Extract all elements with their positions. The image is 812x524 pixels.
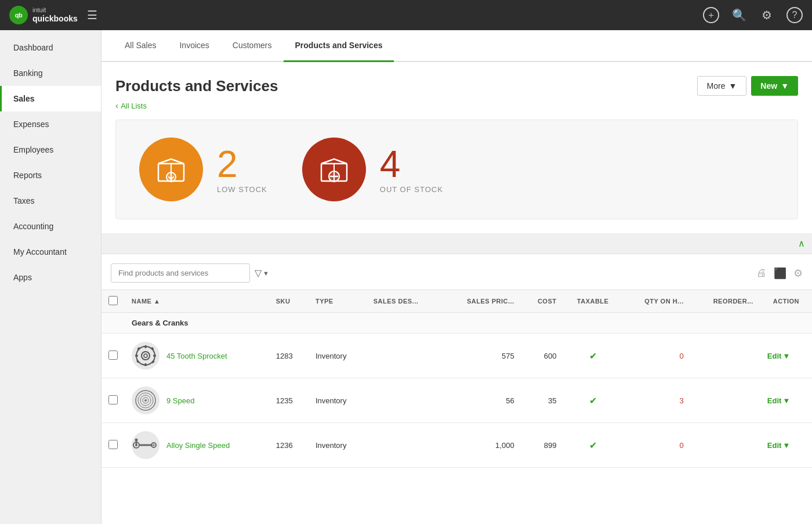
row-3-cost: 899 bbox=[521, 423, 564, 468]
row-1-sales-price: 575 bbox=[443, 334, 521, 378]
row-2-reorder bbox=[691, 378, 760, 423]
gear-icon[interactable]: ⚙ bbox=[759, 7, 775, 23]
sidebar-item-sales[interactable]: Sales bbox=[0, 86, 101, 111]
logo-intuit: intuit bbox=[32, 6, 78, 14]
main-content: All Sales Invoices Customers Products an… bbox=[102, 30, 812, 524]
row-3-qty: 0 bbox=[622, 423, 691, 468]
table-section: ▽ ▼ 🖨 ⬛ ⚙ bbox=[102, 254, 812, 477]
col-reorder[interactable]: REORDER... bbox=[691, 290, 760, 313]
row-2-checkbox[interactable] bbox=[108, 395, 118, 404]
row-1-taxable: ✔ bbox=[563, 334, 622, 378]
product-cell: 9 Speed bbox=[132, 386, 262, 414]
layout: Dashboard Banking Sales Expenses Employe… bbox=[0, 30, 812, 524]
tab-customers[interactable]: Customers bbox=[221, 30, 284, 62]
sidebar-item-apps[interactable]: Apps bbox=[0, 265, 101, 290]
col-sku[interactable]: SKU bbox=[269, 290, 309, 313]
col-name[interactable]: NAME ▲ bbox=[125, 290, 269, 313]
breadcrumb[interactable]: All Lists bbox=[115, 100, 798, 110]
sidebar-item-dashboard[interactable]: Dashboard bbox=[0, 35, 101, 60]
row-1-qty: 0 bbox=[622, 334, 691, 378]
row-3-taxable: ✔ bbox=[563, 423, 622, 468]
settings-icon[interactable]: ⚙ bbox=[793, 267, 803, 280]
top-nav-right: ＋ 🔍 ⚙ ? bbox=[703, 7, 803, 23]
table-toolbar: ▽ ▼ 🖨 ⬛ ⚙ bbox=[102, 263, 812, 290]
taxable-checkmark-2: ✔ bbox=[589, 396, 597, 406]
row-2-cost: 35 bbox=[521, 378, 564, 423]
tab-all-sales[interactable]: All Sales bbox=[113, 30, 168, 62]
top-nav-left: qb intuit quickbooks ☰ bbox=[9, 6, 97, 24]
out-of-stock-card[interactable]: 4 OUT OF STOCK bbox=[302, 138, 443, 201]
row-1-checkbox[interactable] bbox=[108, 350, 118, 360]
out-of-stock-label: OUT OF STOCK bbox=[380, 185, 443, 194]
sidebar-item-expenses[interactable]: Expenses bbox=[0, 111, 101, 137]
sidebar-item-my-accountant[interactable]: My Accountant bbox=[0, 239, 101, 265]
row-1-edit-button[interactable]: Edit ▼ bbox=[767, 352, 805, 360]
table-toolbar-right: 🖨 ⬛ ⚙ bbox=[756, 267, 803, 280]
filter-chevron-icon: ▼ bbox=[263, 270, 269, 277]
product-2-image bbox=[132, 386, 160, 414]
stock-section: 2 LOW STOCK bbox=[115, 120, 798, 219]
row-1-sales-desc bbox=[367, 334, 443, 378]
filter-button[interactable]: ▽ ▼ bbox=[255, 268, 269, 279]
product-2-name[interactable]: 9 Speed bbox=[166, 396, 194, 405]
svg-rect-14 bbox=[137, 347, 140, 350]
col-sales-price[interactable]: SALES PRIC... bbox=[443, 290, 521, 313]
row-2-type: Inventory bbox=[309, 378, 367, 423]
svg-point-29 bbox=[135, 439, 138, 442]
low-stock-card[interactable]: 2 LOW STOCK bbox=[139, 138, 267, 201]
svg-rect-11 bbox=[145, 363, 147, 366]
collapse-bar: ∧ bbox=[102, 233, 812, 254]
table-row: 9 Speed 1235 Inventory 56 35 ✔ 3 bbox=[102, 378, 812, 423]
row-checkbox-cell bbox=[102, 423, 125, 468]
col-action[interactable]: ACTION bbox=[760, 290, 812, 313]
sidebar-item-taxes[interactable]: Taxes bbox=[0, 188, 101, 214]
row-3-checkbox[interactable] bbox=[108, 440, 118, 449]
low-stock-number: 2 bbox=[217, 146, 267, 183]
out-of-stock-number: 4 bbox=[380, 146, 443, 183]
product-1-name[interactable]: 45 Tooth Sprocket bbox=[166, 352, 227, 360]
tab-products-services[interactable]: Products and Services bbox=[284, 30, 394, 62]
sidebar-item-employees[interactable]: Employees bbox=[0, 137, 101, 162]
product-3-image bbox=[132, 431, 160, 459]
help-icon[interactable]: ? bbox=[786, 7, 803, 23]
add-icon[interactable]: ＋ bbox=[703, 7, 719, 23]
row-2-edit-button[interactable]: Edit ▼ bbox=[767, 396, 805, 405]
search-icon[interactable]: 🔍 bbox=[731, 7, 747, 23]
table-toolbar-left: ▽ ▼ bbox=[111, 263, 269, 283]
svg-rect-16 bbox=[151, 347, 154, 350]
print-icon[interactable]: 🖨 bbox=[756, 267, 767, 279]
low-stock-info: 2 LOW STOCK bbox=[217, 146, 267, 194]
col-cost[interactable]: COST bbox=[521, 290, 564, 313]
more-button[interactable]: More ▼ bbox=[697, 76, 747, 96]
product-3-name[interactable]: Alloy Single Speed bbox=[166, 441, 230, 450]
tab-invoices[interactable]: Invoices bbox=[168, 30, 220, 62]
svg-rect-13 bbox=[153, 355, 156, 357]
logo-text: intuit quickbooks bbox=[32, 6, 78, 24]
row-3-action: Edit ▼ bbox=[760, 423, 812, 468]
row-2-action: Edit ▼ bbox=[760, 378, 812, 423]
hamburger-menu-icon[interactable]: ☰ bbox=[87, 8, 97, 22]
group-header-gears-cranks: Gears & Cranks bbox=[102, 313, 812, 334]
new-button[interactable]: New ▼ bbox=[751, 76, 798, 96]
row-1-action: Edit ▼ bbox=[760, 334, 812, 378]
row-3-edit-button[interactable]: Edit ▼ bbox=[767, 441, 805, 450]
search-input[interactable] bbox=[111, 263, 250, 283]
row-2-qty: 3 bbox=[622, 378, 691, 423]
row-1-reorder bbox=[691, 334, 760, 378]
col-type[interactable]: TYPE bbox=[309, 290, 367, 313]
sidebar-item-accounting[interactable]: Accounting bbox=[0, 214, 101, 239]
table-row: Alloy Single Speed 1236 Inventory 1,000 … bbox=[102, 423, 812, 468]
collapse-arrow-icon[interactable]: ∧ bbox=[798, 238, 805, 249]
product-1-image bbox=[132, 342, 160, 370]
select-all-checkbox[interactable] bbox=[108, 296, 118, 305]
svg-point-27 bbox=[153, 445, 155, 446]
sidebar-item-reports[interactable]: Reports bbox=[0, 162, 101, 188]
sidebar-item-banking[interactable]: Banking bbox=[0, 60, 101, 86]
col-taxable[interactable]: TAXABLE bbox=[563, 290, 622, 313]
col-qty[interactable]: QTY ON H... bbox=[622, 290, 691, 313]
export-icon[interactable]: ⬛ bbox=[774, 267, 786, 280]
row-1-cost: 600 bbox=[521, 334, 564, 378]
row-3-name-cell: Alloy Single Speed bbox=[125, 423, 269, 468]
edit-2-chevron-icon: ▼ bbox=[782, 396, 790, 405]
col-sales-desc[interactable]: SALES DES... bbox=[367, 290, 443, 313]
